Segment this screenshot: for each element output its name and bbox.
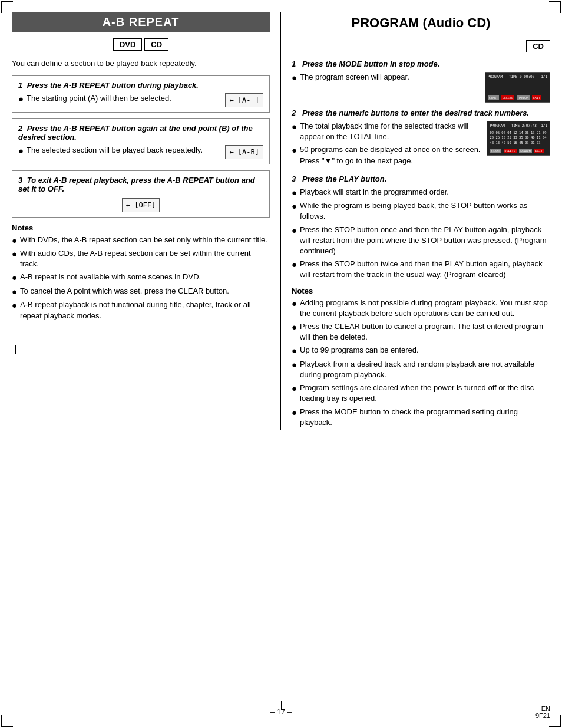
- ab-step-3-title: 3 To exit A-B repeat playback, press the…: [18, 176, 263, 193]
- program-step-3-bullet-2: ● Press the STOP button once and then th…: [292, 225, 550, 257]
- ab-step-3-display-area: ← [OFF]: [18, 198, 263, 212]
- program-note-4: ● Program settings are cleared when the …: [292, 383, 550, 404]
- program-step-3-bullet-1: ● While the program is being played back…: [292, 200, 550, 222]
- program-step-2: 2 Press the numeric buttons to enter the…: [292, 108, 550, 169]
- program-screen-2: PROGRAM TIME 2:07:43 1/1 02 06 07 04 12 …: [487, 121, 550, 156]
- program-title: PROGRAM (Audio CD): [292, 12, 550, 34]
- ab-step-1-title: 1 Press the A-B REPEAT button during pla…: [18, 81, 263, 90]
- program-step-2-text: ● The total playback time for the select…: [292, 121, 481, 169]
- ab-step-2-text: ● The selected section will be played ba…: [18, 145, 219, 159]
- program-step-2-bullet-1: ● 50 programs can be displayed at once o…: [292, 144, 481, 166]
- program-step-2-content: ● The total playback time for the select…: [292, 121, 550, 169]
- program-step-3-bullet-0: ● Playback will start in the programmed …: [292, 187, 550, 199]
- program-screen-1-display: PROGRAM TIME 0:00:00 1/1 START DELETE RA…: [485, 72, 550, 103]
- program-step-3-bullets: ● Playback will start in the programmed …: [292, 187, 550, 281]
- program-step-3: 3 Press the PLAY button. ● Playback will…: [292, 174, 550, 281]
- ab-repeat-title: A-B REPEAT: [12, 12, 270, 32]
- dvd-badge: DVD: [113, 38, 142, 51]
- cd-badge: CD: [144, 38, 168, 51]
- ab-step-3-num: 3: [18, 176, 22, 185]
- page-number: – 17 –: [270, 707, 292, 716]
- program-screen-2-display: PROGRAM TIME 2:07:43 1/1 02 06 07 04 12 …: [487, 121, 550, 156]
- ab-note-4: ● A-B repeat playback is not functional …: [12, 299, 270, 321]
- ab-step-1-display: ← [A- ]: [225, 93, 263, 107]
- ab-step-2-content: ● The selected section will be played ba…: [18, 145, 263, 159]
- program-note-1: ● Press the CLEAR button to cancel a pro…: [292, 321, 550, 342]
- ab-note-3: ● To cancel the A point which was set, p…: [12, 286, 270, 298]
- ab-note-1: ● With audio CDs, the A-B repeat section…: [12, 248, 270, 269]
- ab-step-1-content: ● The starting point (A) will then be se…: [18, 93, 263, 107]
- program-screen-1: PROGRAM TIME 0:00:00 1/1 START DELETE RA…: [485, 72, 550, 103]
- program-note-5: ● Press the MODE button to check the pro…: [292, 407, 550, 428]
- program-section: PROGRAM (Audio CD) CD 1 Press the MODE b…: [281, 12, 550, 430]
- program-note-3: ● Playback from a desired track and rand…: [292, 359, 550, 380]
- ab-repeat-section: A-B REPEAT DVD CD You can define a secti…: [12, 12, 281, 430]
- ab-notes: Notes ● With DVDs, the A-B repeat sectio…: [12, 223, 270, 321]
- ab-step-1-bullet-0: ● The starting point (A) will then be se…: [18, 93, 219, 105]
- program-step-1: 1 Press the MODE button in stop mode. ● …: [292, 60, 550, 103]
- program-step-1-title: 1 Press the MODE button in stop mode.: [292, 60, 550, 68]
- program-note-2: ● Up to 99 programs can be entered.: [292, 345, 550, 357]
- program-step-2-bullet-0: ● The total playback time for the select…: [292, 121, 481, 142]
- ab-step-1-num: 1: [18, 81, 22, 90]
- page-footer: – 17 – EN 9F21: [0, 707, 562, 716]
- program-step-1-text: ● The program screen will appear.: [292, 72, 479, 86]
- ab-step-2: 2 Press the A-B REPEAT button again at t…: [12, 118, 270, 164]
- program-note-0: ● Adding programs is not possible during…: [292, 298, 550, 319]
- program-step-1-content: ● The program screen will appear. PROGRA…: [292, 72, 550, 103]
- program-screen-1-buttons: START DELETE RANDOM EXIT: [488, 94, 547, 100]
- program-step-3-title: 3 Press the PLAY button.: [292, 174, 550, 183]
- ab-note-0: ● With DVDs, the A-B repeat section can …: [12, 235, 270, 246]
- ab-step-2-num: 2: [18, 124, 22, 133]
- ab-step-2-bullet-0: ● The selected section will be played ba…: [18, 145, 219, 157]
- ab-intro: You can define a section to be played ba…: [12, 58, 270, 70]
- ab-step-2-title: 2 Press the A-B REPEAT button again at t…: [18, 124, 263, 141]
- program-notes: Notes ● Adding programs is not possible …: [292, 286, 550, 428]
- program-screen-2-buttons: START DELETE RANDOM EXIT: [490, 147, 547, 153]
- program-badge-row: CD: [292, 40, 550, 52]
- program-step-2-title: 2 Press the numeric buttons to enter the…: [292, 108, 550, 117]
- ab-step-1-text: ● The starting point (A) will then be se…: [18, 93, 219, 107]
- ab-note-2: ● A-B repeat is not available with some …: [12, 272, 270, 284]
- page-container: A-B REPEAT DVD CD You can define a secti…: [0, 0, 562, 728]
- ab-step-3: 3 To exit A-B repeat playback, press the…: [12, 170, 270, 218]
- program-cd-badge: CD: [526, 40, 550, 52]
- ab-step-1: 1 Press the A-B REPEAT button during pla…: [12, 75, 270, 113]
- program-step-3-bullet-3: ● Press the STOP button twice and then t…: [292, 259, 550, 280]
- page-code: EN 9F21: [535, 705, 550, 719]
- main-content: A-B REPEAT DVD CD You can define a secti…: [12, 12, 550, 430]
- ab-step-2-display: ← [A-B]: [225, 145, 263, 159]
- ab-repeat-badges: DVD CD: [12, 38, 270, 51]
- program-step-1-bullet-0: ● The program screen will appear.: [292, 72, 479, 84]
